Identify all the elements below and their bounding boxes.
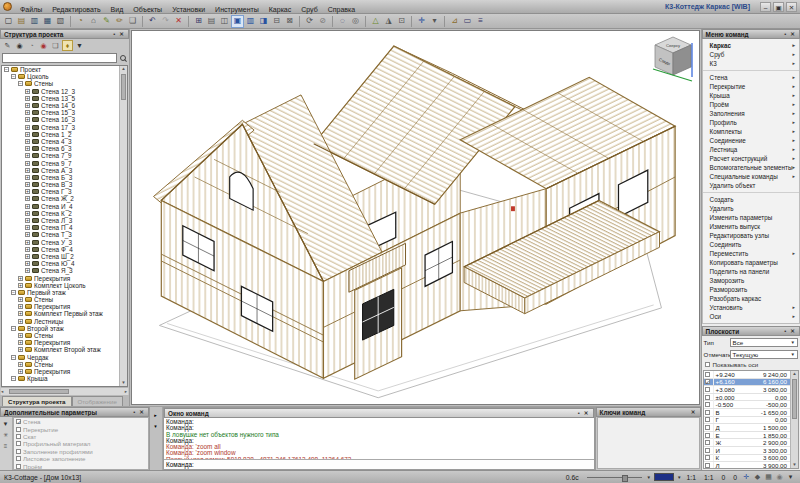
- command-menu-item[interactable]: Удалить объект: [703, 181, 799, 190]
- tree-item[interactable]: +Стена А_3: [2, 167, 119, 174]
- command-menu-item[interactable]: Комплекты▸: [703, 127, 799, 136]
- status-icon[interactable]: ◉: [774, 473, 785, 481]
- toolbar-icon[interactable]: ◔: [74, 15, 87, 28]
- expand-icon[interactable]: ▾: [150, 420, 161, 431]
- plane-checkbox[interactable]: [705, 448, 710, 453]
- tree-item[interactable]: +Комплект Первый этаж: [2, 310, 119, 317]
- tree-item[interactable]: +Стена 15_3: [2, 109, 119, 116]
- tree-horizontal-scrollbar[interactable]: ◂▸: [1, 387, 128, 395]
- plane-checkbox[interactable]: [705, 387, 710, 392]
- tree-item[interactable]: +Стена К_2: [2, 210, 119, 217]
- command-menu-item[interactable]: Разобрать каркас: [703, 294, 799, 303]
- menubar-item[interactable]: Объекты: [128, 6, 167, 13]
- param-checkbox-row[interactable]: Профильный материал: [14, 440, 148, 447]
- tree-expander-icon[interactable]: +: [25, 89, 30, 94]
- restore-button[interactable]: ▣: [773, 2, 784, 12]
- tree-toolbar-icon[interactable]: ▼: [74, 40, 85, 51]
- command-menu-item[interactable]: Соединить: [703, 240, 799, 249]
- extra-side-icon[interactable]: ✳: [0, 429, 11, 440]
- tree-expander-icon[interactable]: +: [25, 232, 30, 237]
- plane-checkbox[interactable]: [705, 372, 710, 377]
- tree-item[interactable]: −Крыша: [2, 375, 119, 382]
- tree-expander-icon[interactable]: +: [25, 175, 30, 180]
- toolbar-icon[interactable]: ▥: [28, 15, 41, 28]
- param-checkbox[interactable]: [16, 456, 21, 461]
- toolbar-icon[interactable]: ⊿: [448, 15, 461, 28]
- command-menu-item[interactable]: Копировать параметры: [703, 258, 799, 267]
- tree-item[interactable]: +Стена Л_3: [2, 217, 119, 224]
- toolbar-icon[interactable]: ▢: [2, 15, 15, 28]
- param-checkbox-row[interactable]: Проём: [14, 462, 148, 469]
- toolbar-icon[interactable]: ✕: [172, 15, 185, 28]
- scroll-thumb[interactable]: [792, 379, 797, 419]
- status-icon[interactable]: ✛: [741, 473, 752, 481]
- tree-expander-icon[interactable]: +: [18, 297, 23, 302]
- tree-item[interactable]: +Перекрытия: [2, 303, 119, 310]
- tree-item[interactable]: +Стена В_3: [2, 181, 119, 188]
- pin-icon[interactable]: ▪: [782, 328, 789, 334]
- tree-expander-icon[interactable]: +: [25, 189, 30, 194]
- search-input[interactable]: [2, 53, 117, 63]
- close-panel-icon[interactable]: ✕: [138, 409, 145, 415]
- tree-toolbar-icon[interactable]: ❏: [50, 40, 61, 51]
- command-menu-item[interactable]: Редактировать узлы: [703, 231, 799, 240]
- tree-expander-icon[interactable]: +: [25, 261, 30, 266]
- tree-item[interactable]: +Стена 13_5: [2, 95, 119, 102]
- tree-item[interactable]: +Стена 17_3: [2, 124, 119, 131]
- toolbar-icon[interactable]: ⌂: [87, 15, 100, 28]
- tree-expander-icon[interactable]: +: [25, 196, 30, 201]
- tree-expander-icon[interactable]: −: [11, 74, 16, 79]
- command-menu-item[interactable]: К3▸: [703, 59, 799, 68]
- tree-toolbar-icon[interactable]: ◉: [38, 40, 49, 51]
- command-menu-item[interactable]: Установить▸: [703, 303, 799, 312]
- tree-item[interactable]: +Стена Я_3: [2, 267, 119, 274]
- param-checkbox[interactable]: [16, 464, 21, 469]
- pin-icon[interactable]: ▪: [782, 31, 789, 37]
- toolbar-icon[interactable]: ✎: [100, 15, 113, 28]
- tree-item[interactable]: +Лестницы: [2, 318, 119, 325]
- tree-expander-icon[interactable]: +: [18, 369, 23, 374]
- tree-item[interactable]: −Цоколь: [2, 73, 119, 80]
- toolbar-icon[interactable]: ▥: [244, 15, 257, 28]
- command-menu-item[interactable]: Перекрытие▸: [703, 82, 799, 91]
- close-panel-icon[interactable]: ✕: [118, 31, 125, 37]
- tree-item[interactable]: +Стены: [2, 332, 119, 339]
- tree-expander-icon[interactable]: +: [25, 254, 30, 259]
- color-swatch[interactable]: [654, 473, 674, 481]
- toolbar-icon[interactable]: ◎: [349, 15, 362, 28]
- param-checkbox[interactable]: [16, 441, 21, 446]
- toolbar-icon[interactable]: ◮: [382, 15, 395, 28]
- command-input-row[interactable]: Команда:: [164, 459, 594, 469]
- toolbar-icon[interactable]: ⊟: [270, 15, 283, 28]
- tree-expander-icon[interactable]: −: [18, 81, 23, 86]
- tree-expander-icon[interactable]: +: [18, 333, 23, 338]
- command-menu-item[interactable]: Лестница▸: [703, 145, 799, 154]
- chevron-down-icon[interactable]: ▼: [677, 475, 681, 480]
- command-menu-item[interactable]: Сруб▸: [703, 50, 799, 59]
- tree-item[interactable]: +Стена Г_3: [2, 188, 119, 195]
- command-menu-item[interactable]: Создать: [703, 195, 799, 204]
- plane-checkbox[interactable]: [705, 463, 710, 468]
- param-checkbox-row[interactable]: Скат: [14, 433, 148, 440]
- toolbar-icon[interactable]: ✏: [113, 15, 126, 28]
- tree-item[interactable]: +Стена Т_3: [2, 231, 119, 238]
- toolbar-icon[interactable]: ◌: [336, 15, 349, 28]
- toolbar-icon[interactable]: ⊞: [192, 15, 205, 28]
- toolbar-icon[interactable]: △: [369, 15, 382, 28]
- tree-item[interactable]: +Стена 6_3: [2, 145, 119, 152]
- scroll-thumb[interactable]: [9, 389, 69, 394]
- toolbar-icon[interactable]: ↶: [146, 15, 159, 28]
- viewport-3d[interactable]: Сверху Сзади: [131, 30, 700, 405]
- tree-item[interactable]: +Перекрытия: [2, 368, 119, 375]
- tree-item[interactable]: +Стена 9_7: [2, 159, 119, 166]
- tree-item[interactable]: −Стены: [2, 80, 119, 87]
- tree-item[interactable]: +Стена 14_6: [2, 102, 119, 109]
- close-button[interactable]: ✕: [786, 2, 797, 12]
- tree-item[interactable]: +Перекрытия: [2, 339, 119, 346]
- command-menu-item[interactable]: Профиль▸: [703, 118, 799, 127]
- command-menu-item[interactable]: Оси▸: [703, 312, 799, 321]
- scale-slider[interactable]: [587, 477, 642, 478]
- tree-item[interactable]: +Комплект Цоколь: [2, 282, 119, 289]
- param-checkbox[interactable]: [16, 434, 21, 439]
- tree-vertical-scrollbar[interactable]: ▲▼: [119, 66, 127, 386]
